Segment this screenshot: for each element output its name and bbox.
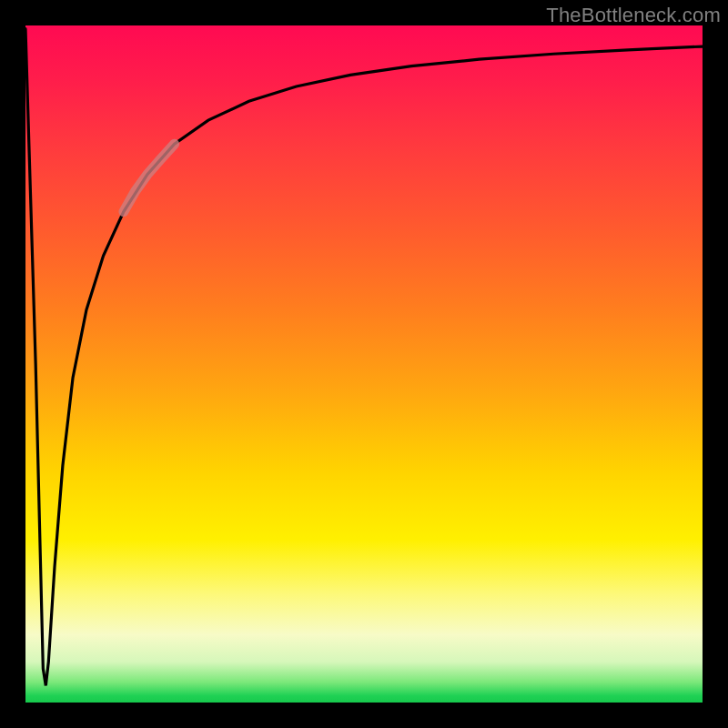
highlight-segment	[124, 144, 175, 211]
chart-frame: TheBottleneck.com	[0, 0, 728, 728]
curve-layer	[25, 25, 703, 703]
bottleneck-curve	[25, 29, 703, 686]
watermark-text: TheBottleneck.com	[546, 4, 721, 27]
plot-area	[25, 25, 703, 703]
